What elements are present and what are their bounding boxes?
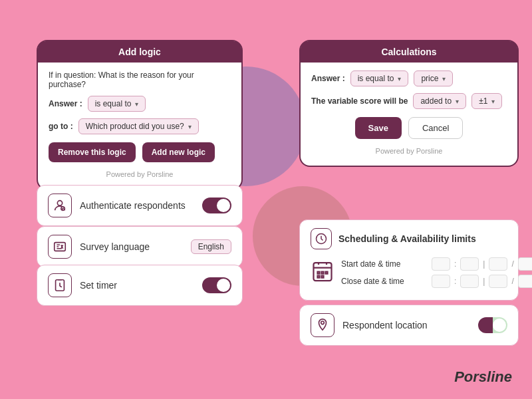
close-min-input[interactable]	[460, 275, 479, 288]
calc-answer-dropdown[interactable]: is equal to ▾	[350, 70, 409, 86]
set-timer-label: Set timer	[80, 280, 194, 291]
calc-price-dropdown[interactable]: price ▾	[414, 70, 453, 86]
chevron-down-icon-4: ▾	[442, 75, 446, 82]
scheduling-card: Scheduling & Availability limits Start d…	[299, 219, 519, 301]
respondent-location-card: Respondent location	[299, 305, 519, 346]
chevron-down-icon-6: ▾	[491, 98, 495, 105]
save-button[interactable]: Save	[355, 117, 402, 139]
start-min-input[interactable]	[460, 257, 479, 271]
powered-by-text: Powered by Porsline	[49, 170, 231, 178]
calculations-card: Calculations Answer : is equal to ▾ pric…	[299, 40, 519, 167]
add-new-logic-button[interactable]: Add new logic	[142, 142, 215, 162]
add-logic-card: Add logic If in question: What is the re…	[37, 40, 243, 190]
start-month-input[interactable]	[518, 257, 532, 271]
calc-powered-by: Powered by Porsline	[311, 147, 507, 155]
survey-language-feature: Survey language English	[37, 226, 243, 267]
scheduling-title: Scheduling & Availability limits	[338, 233, 476, 244]
add-logic-title: Add logic	[38, 41, 241, 63]
chevron-down-icon-5: ▾	[456, 98, 459, 105]
chevron-down-icon-2: ▾	[188, 123, 192, 130]
goto-dropdown[interactable]: Which product did you use? ▾	[78, 118, 199, 134]
svg-point-6	[321, 321, 325, 325]
logic-question-text: If in question: What is the reason for y…	[49, 70, 231, 89]
respondent-location-label: Respondent location	[342, 320, 470, 331]
close-date-label: Close date & time	[341, 277, 428, 286]
chevron-down-icon: ▾	[135, 100, 138, 108]
svg-point-0	[57, 201, 62, 205]
calculations-title: Calculations	[301, 41, 517, 63]
close-hour-input[interactable]	[432, 275, 450, 288]
language-badge[interactable]: English	[191, 239, 231, 254]
set-timer-toggle[interactable]	[202, 277, 231, 293]
goto-label: go to :	[49, 122, 73, 131]
start-hour-input[interactable]	[432, 257, 450, 271]
authenticate-feature: Authenticate respondents	[37, 185, 243, 226]
svg-rect-2	[55, 243, 66, 251]
survey-language-icon	[48, 235, 72, 259]
answer-dropdown[interactable]: is equal to ▾	[88, 96, 146, 112]
calc-value-dropdown[interactable]: ±1 ▾	[471, 93, 502, 109]
start-date-label: Start date & time	[341, 259, 428, 269]
respondent-location-feature: Respondent location	[299, 305, 519, 346]
calc-answer-label: Answer :	[311, 74, 345, 83]
start-day-input[interactable]	[489, 257, 507, 271]
authenticate-icon	[48, 194, 72, 217]
close-day-input[interactable]	[489, 275, 507, 288]
calc-score-label: The variable score will be	[311, 96, 408, 106]
calendar-icon	[311, 259, 334, 287]
authenticate-label: Authenticate respondents	[80, 200, 194, 211]
authenticate-card: Authenticate respondents	[37, 185, 243, 226]
chevron-down-icon-3: ▾	[398, 75, 401, 82]
calc-added-dropdown[interactable]: added to ▾	[413, 93, 466, 109]
scheduling-icon	[311, 228, 332, 249]
authenticate-toggle[interactable]	[202, 198, 231, 213]
location-toggle[interactable]	[478, 317, 507, 333]
survey-language-card: Survey language English	[37, 226, 243, 267]
set-timer-card: Set timer	[37, 265, 243, 306]
survey-language-label: Survey language	[80, 241, 183, 252]
cancel-button[interactable]: Cancel	[408, 117, 463, 139]
answer-label: Answer :	[49, 99, 82, 108]
location-icon	[311, 313, 334, 337]
porsline-branding: Porsline	[454, 368, 512, 386]
close-month-input[interactable]	[518, 275, 532, 288]
remove-logic-button[interactable]: Remove this logic	[49, 142, 136, 162]
set-timer-icon	[48, 273, 72, 297]
set-timer-feature: Set timer	[37, 265, 243, 306]
